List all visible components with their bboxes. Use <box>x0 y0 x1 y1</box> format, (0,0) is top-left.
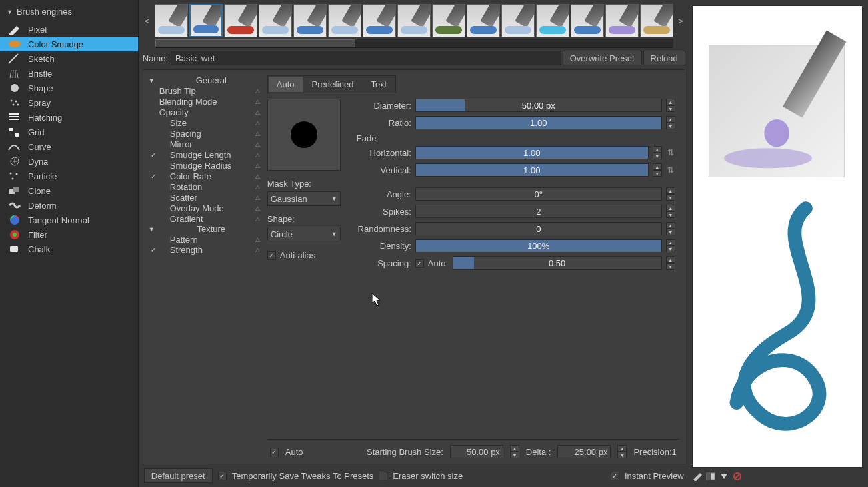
engine-item-shape[interactable]: Shape <box>0 81 138 95</box>
preset-thumb[interactable] <box>467 4 500 37</box>
preset-thumb[interactable] <box>536 4 569 37</box>
tab-text[interactable]: Text <box>363 77 395 92</box>
spacing-auto-checkbox[interactable]: ✓ <box>415 259 424 268</box>
antialias-row[interactable]: ✓ Anti-alias <box>267 250 347 260</box>
preset-thumb[interactable] <box>328 4 361 37</box>
param-slider[interactable]: 1.00 <box>415 163 649 177</box>
tree-row[interactable]: Size△ <box>149 117 262 128</box>
tree-row[interactable]: Gradient△ <box>149 213 262 224</box>
engine-item-dyna[interactable]: Dyna <box>0 154 138 169</box>
param-slider[interactable]: 100% <box>415 239 662 252</box>
eraser-checkbox[interactable] <box>379 472 387 480</box>
param-slider[interactable]: 0 <box>415 222 662 235</box>
param-spin[interactable]: ▲▼ <box>666 222 675 235</box>
param-slider[interactable]: 50.00 px <box>415 99 662 112</box>
instant-checkbox[interactable]: ✓ <box>611 472 619 480</box>
tempsave-checkbox[interactable]: ✓ <box>218 472 227 480</box>
fill-brush-button[interactable] <box>692 472 703 483</box>
param-slider[interactable]: 1.00 <box>415 116 662 129</box>
tree-row[interactable]: Pattern△ <box>149 234 262 244</box>
masktype-combo[interactable]: Gaussian▼ <box>267 191 341 206</box>
preset-thumb[interactable] <box>640 4 673 37</box>
engine-item-grid[interactable]: Grid <box>0 125 138 139</box>
param-slider[interactable]: 1.00 <box>415 146 649 159</box>
collapse-icon[interactable]: ▼ <box>7 9 13 15</box>
antialias-checkbox[interactable]: ✓ <box>267 251 276 260</box>
tab-auto[interactable]: Auto <box>269 77 303 92</box>
engine-item-smudge[interactable]: Color Smudge <box>0 37 138 51</box>
preset-thumb[interactable] <box>363 4 396 37</box>
tree-row[interactable]: Scatter△ <box>149 192 262 203</box>
delta-spin[interactable]: ▲▼ <box>617 445 627 458</box>
engine-item-filter[interactable]: Filter <box>0 227 138 242</box>
presets-scroll-right[interactable]: > <box>676 16 685 26</box>
preset-thumb[interactable] <box>293 4 327 37</box>
preset-thumb[interactable] <box>432 4 465 37</box>
param-spin[interactable]: ▲▼ <box>666 256 675 270</box>
param-slider[interactable]: 2 <box>415 205 662 218</box>
engine-item-bristle[interactable]: Bristle <box>0 66 138 81</box>
preset-thumb[interactable] <box>397 4 431 37</box>
engine-item-tangent[interactable]: Tangent Normal <box>0 213 138 227</box>
tree-row[interactable]: Rotation△ <box>149 181 262 192</box>
delta-spinbox[interactable]: 25.00 px <box>557 445 611 458</box>
sbs-spin[interactable]: ▲▼ <box>510 445 519 458</box>
engine-item-spray[interactable]: Spray <box>0 95 138 110</box>
engine-item-sketch[interactable]: Sketch <box>0 51 138 66</box>
param-spin[interactable]: ▲▼ <box>666 99 675 112</box>
tree-row[interactable]: Brush Tip△ <box>149 85 262 96</box>
engine-item-clone[interactable]: Clone <box>0 183 138 198</box>
param-spin[interactable]: ▲▼ <box>666 187 675 201</box>
scratchpad[interactable] <box>692 5 863 468</box>
preset-thumb[interactable] <box>259 4 292 37</box>
preset-thumb[interactable] <box>501 4 535 37</box>
link-icon[interactable]: ⇅ <box>666 165 675 175</box>
tree-row[interactable]: Spacing△ <box>149 128 262 139</box>
param-spin[interactable]: ▲▼ <box>666 239 675 252</box>
tab-predefined[interactable]: Predefined <box>304 77 362 92</box>
engine-item-curve[interactable]: Curve <box>0 139 138 154</box>
fill-gradient-button[interactable] <box>705 472 716 483</box>
clear-button[interactable] <box>732 472 743 483</box>
preset-thumb[interactable] <box>224 4 257 37</box>
default-preset-button[interactable]: Default preset <box>144 468 213 483</box>
engine-item-particle[interactable]: Particle <box>0 169 138 183</box>
presets-scroll-left[interactable]: < <box>143 16 152 26</box>
preset-thumb[interactable] <box>605 4 639 37</box>
engine-item-hatch[interactable]: Hatching <box>0 110 138 125</box>
tree-head-texture[interactable]: ▼Texture <box>149 224 262 234</box>
tree-check[interactable]: ✓ <box>149 173 158 180</box>
reload-button[interactable]: Reload <box>643 51 685 65</box>
param-spin[interactable]: ▲▼ <box>666 116 675 129</box>
preset-name-input[interactable] <box>171 51 561 65</box>
tree-head-general[interactable]: ▼General <box>149 75 262 85</box>
engine-item-deform[interactable]: Deform <box>0 198 138 213</box>
tree-check[interactable]: ✓ <box>149 151 158 159</box>
tree-row[interactable]: ✓Smudge Length△ <box>149 149 262 160</box>
link-icon[interactable]: ⇅ <box>666 148 675 157</box>
engine-item-chalk[interactable]: Chalk <box>0 242 138 256</box>
preset-thumb[interactable] <box>189 4 223 37</box>
param-spin[interactable]: ▲▼ <box>653 146 662 159</box>
tree-row[interactable]: Mirror△ <box>149 139 262 149</box>
param-spin[interactable]: ▲▼ <box>653 163 662 177</box>
sbs-spinbox[interactable]: 50.00 px <box>450 445 503 458</box>
tree-row[interactable]: Smudge Radius△ <box>149 160 262 171</box>
param-spin[interactable]: ▲▼ <box>666 205 675 218</box>
preset-thumb[interactable] <box>155 4 188 37</box>
tree-row[interactable]: Blending Mode△ <box>149 96 262 107</box>
tree-row[interactable]: Overlay Mode△ <box>149 203 262 213</box>
overwrite-preset-button[interactable]: Overwrite Preset <box>563 51 642 65</box>
tree-row[interactable]: ✓Strength△ <box>149 244 262 255</box>
shape-combo[interactable]: Circle▼ <box>267 227 341 241</box>
tree-row[interactable]: Opacity△ <box>149 107 262 117</box>
preset-scrollbar[interactable] <box>155 39 673 48</box>
tree-row[interactable]: ✓Color Rate△ <box>149 171 262 181</box>
engine-item-pixel[interactable]: Pixel <box>0 22 138 37</box>
tree-check[interactable]: ✓ <box>149 246 158 254</box>
auto-precision-checkbox[interactable]: ✓ <box>270 448 279 456</box>
param-slider[interactable]: 0.50 <box>453 256 662 270</box>
param-slider[interactable]: 0° <box>415 187 662 201</box>
fill-bg-button[interactable] <box>719 472 729 483</box>
preset-thumb[interactable] <box>571 4 604 37</box>
